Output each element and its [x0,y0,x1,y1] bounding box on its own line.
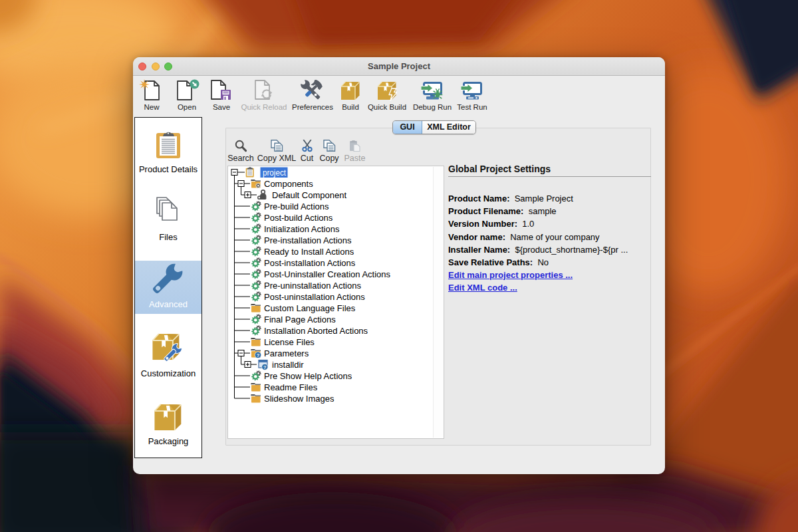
svg-text:Custom Language Files: Custom Language Files [264,303,356,313]
svg-text:Pre-uninstallation Actions: Pre-uninstallation Actions [264,281,361,291]
svg-text:Post-uninstallation Actions: Post-uninstallation Actions [264,292,365,302]
svg-text:Pre-build Actions: Pre-build Actions [264,201,329,211]
svg-text:Pre Show Help Actions: Pre Show Help Actions [264,371,352,381]
svg-text:installdir: installdir [272,360,304,370]
svg-text:Post-installation Actions: Post-installation Actions [264,258,356,268]
svg-text:project: project [263,168,286,178]
svg-text:License Files: License Files [264,337,315,347]
svg-text:Ready to Install Actions: Ready to Install Actions [264,247,354,257]
svg-text:Final Page Actions: Final Page Actions [264,315,336,325]
svg-text:Installation Aborted Actions: Installation Aborted Actions [264,326,368,336]
svg-text:Post-build Actions: Post-build Actions [264,213,333,223]
svg-text:Readme Files: Readme Files [264,382,318,392]
svg-text:Initialization Actions: Initialization Actions [264,224,340,234]
svg-text:Parameters: Parameters [264,348,309,358]
svg-text:Post-Uninstaller Creation Acti: Post-Uninstaller Creation Actions [264,269,391,279]
svg-text:Default Component: Default Component [272,190,346,200]
svg-text:Slideshow Images: Slideshow Images [264,394,334,404]
svg-text:Components: Components [264,179,313,189]
svg-text:Pre-installation Actions: Pre-installation Actions [264,235,352,245]
